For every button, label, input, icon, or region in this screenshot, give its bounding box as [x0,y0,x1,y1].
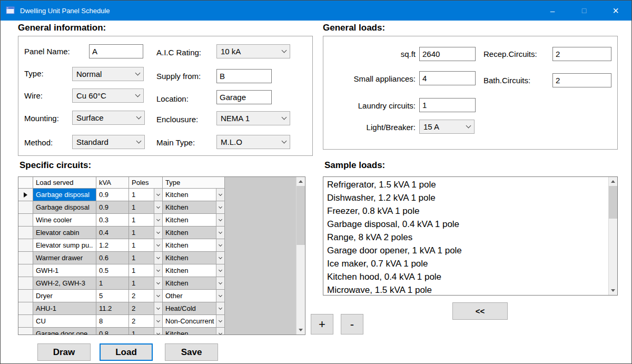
cell-type[interactable]: Non-Concurrent [163,315,225,328]
scroll-up-icon[interactable] [297,177,305,186]
cell-load-served[interactable]: Elevator sump pu.. [33,239,96,252]
chevron-down-icon[interactable] [216,252,224,264]
cell-kva[interactable]: 0.3 [96,214,129,227]
cell-load-served[interactable]: Wine cooler [33,214,96,227]
row-header-cell[interactable] [18,214,33,227]
cell-kva[interactable]: 0.6 [96,252,129,264]
chevron-down-icon[interactable] [278,135,290,149]
cell-load-served[interactable]: GWH-2, GWH-3 [33,277,96,290]
sample-loads-scrollbar[interactable] [608,177,617,295]
cell-kva[interactable]: 1 [96,277,129,290]
row-header-cell[interactable] [18,189,33,201]
row-header-cell[interactable] [18,264,33,277]
chevron-down-icon[interactable] [216,277,224,289]
supply-from-input[interactable] [216,69,272,83]
sample-load-item[interactable]: Microwave, 1.5 kVA 1 pole [323,283,608,295]
chevron-down-icon[interactable] [278,112,290,125]
chevron-down-icon[interactable] [216,189,224,201]
sample-load-item[interactable]: Ice maker, 0.7 kVA 1 pole [323,257,608,270]
chevron-down-icon[interactable] [216,264,224,277]
cell-poles[interactable]: 2 [129,315,163,328]
chevron-down-icon[interactable] [154,201,162,213]
draw-button[interactable]: Draw [37,343,91,361]
chevron-down-icon[interactable] [154,315,162,327]
cell-type[interactable]: Kitchen [163,328,225,335]
row-header-cell[interactable] [18,315,33,328]
cell-type[interactable]: Kitchen [163,239,225,252]
cell-poles[interactable]: 1 [129,201,163,214]
chevron-down-icon[interactable] [132,89,143,102]
row-header-cell[interactable] [18,328,33,335]
light-breaker-select[interactable]: 15 A [419,120,475,134]
row-header-cell[interactable] [18,290,33,302]
chevron-down-icon[interactable] [154,277,162,289]
laundry-circuits-input[interactable] [419,98,476,112]
cell-poles[interactable]: 1 [129,277,163,290]
cell-kva[interactable]: 0.4 [96,227,129,239]
load-button[interactable]: Load [100,343,153,361]
chevron-down-icon[interactable] [216,239,224,251]
sqft-input[interactable] [419,47,476,61]
chevron-down-icon[interactable] [278,45,290,58]
row-header-cell[interactable] [18,227,33,239]
method-select[interactable]: Standard [72,135,145,149]
add-circuit-button[interactable]: + [311,314,333,335]
chevron-down-icon[interactable] [154,214,162,226]
cell-kva[interactable]: 0.9 [96,189,129,201]
chevron-down-icon[interactable] [154,302,162,314]
cell-poles[interactable]: 1 [129,189,163,201]
chevron-down-icon[interactable] [216,328,224,335]
cell-type[interactable]: Kitchen [163,252,225,264]
cell-poles[interactable]: 1 [129,214,163,227]
panel-name-input[interactable] [89,44,143,58]
cell-load-served[interactable]: Dryer [33,290,96,302]
cell-load-served[interactable]: CU [33,315,96,328]
cell-kva[interactable]: 1.2 [96,239,129,252]
type-select[interactable]: Normal [72,67,144,81]
chevron-down-icon[interactable] [216,214,224,226]
column-header-type[interactable]: Type [163,177,225,189]
cell-kva[interactable]: 11.2 [96,302,129,315]
row-header-cell[interactable] [18,239,33,252]
cell-load-served[interactable]: GWH-1 [33,264,96,277]
chevron-down-icon[interactable] [133,135,144,149]
chevron-down-icon[interactable] [133,111,144,124]
grid-scrollbar[interactable] [296,177,305,335]
cell-load-served[interactable]: AHU-1 [33,302,96,315]
cell-poles[interactable]: 1 [129,328,163,335]
cell-kva[interactable]: 8 [96,315,129,328]
sample-load-item[interactable]: Dishwasher, 1.2 kVA 1 pole [323,191,608,204]
cell-load-served[interactable]: Elevator cabin [33,227,96,239]
sample-load-item[interactable]: Refrigerator, 1.5 kVA 1 pole [323,178,608,191]
enclousure-select[interactable]: NEMA 1 [216,111,290,125]
cell-kva[interactable]: 0.8 [96,328,129,335]
chevron-down-icon[interactable] [216,227,224,239]
sample-load-item[interactable]: Freezer, 0.8 kVA 1 pole [323,204,608,218]
sample-loads-scrollbar-thumb[interactable] [609,186,617,219]
save-button[interactable]: Save [165,343,218,361]
cell-type[interactable]: Kitchen [163,264,225,277]
cell-type[interactable]: Other [163,290,225,302]
aic-rating-select[interactable]: 10 kA [216,44,290,58]
cell-poles[interactable]: 1 [129,239,163,252]
chevron-down-icon[interactable] [154,328,162,335]
close-button[interactable]: × [600,1,631,21]
small-appliances-input[interactable] [419,71,476,85]
cell-kva[interactable]: 5 [96,290,129,302]
sample-load-item[interactable]: Range, 8 kVA 2 poles [323,231,608,244]
chevron-down-icon[interactable] [216,315,224,327]
chevron-down-icon[interactable] [216,290,224,302]
chevron-down-icon[interactable] [154,189,162,201]
transfer-sample-load-button[interactable]: << [452,302,508,320]
cell-poles[interactable]: 1 [129,252,163,264]
cell-type[interactable]: Kitchen [163,277,225,290]
remove-circuit-button[interactable]: - [341,314,363,335]
column-header-poles[interactable]: Poles [129,177,163,189]
chevron-down-icon[interactable] [132,67,143,81]
location-input[interactable] [216,90,272,104]
chevron-down-icon[interactable] [216,302,224,314]
sample-load-item[interactable]: Kitchen hood, 0.4 kVA 1 pole [323,270,608,283]
title-bar[interactable]: Dwelling Unit Panel Schedule – □ × [1,1,631,21]
cell-type[interactable]: Kitchen [163,227,225,239]
cell-kva[interactable]: 0.9 [96,201,129,214]
